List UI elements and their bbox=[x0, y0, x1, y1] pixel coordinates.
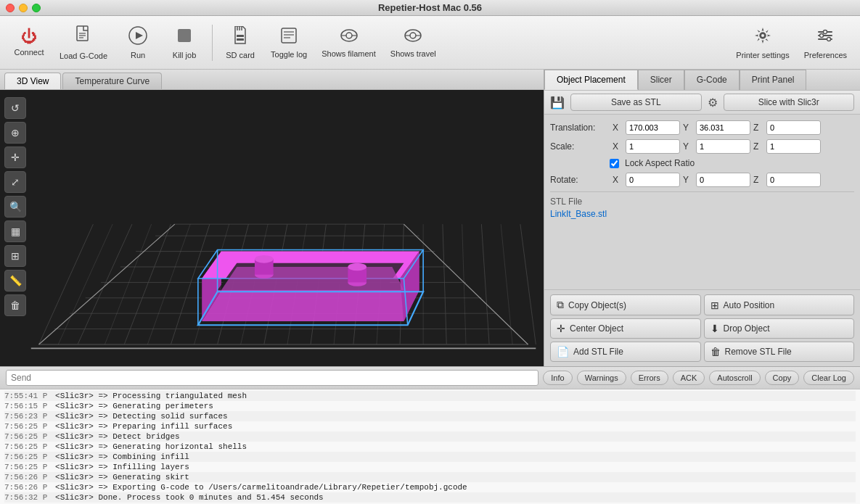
sz-label: Z bbox=[753, 141, 763, 152]
log-tab-ack[interactable]: ACK bbox=[673, 371, 705, 385]
sd-card-icon bbox=[232, 26, 248, 48]
drop-object-button[interactable]: ⬇ Drop Object bbox=[704, 318, 855, 339]
kill-job-button[interactable]: Kill job bbox=[163, 22, 206, 64]
scale-y[interactable] bbox=[696, 139, 750, 154]
svg-point-29 bbox=[820, 33, 824, 37]
list-item: 7:56:26 P <Slic3r> => Generating skirt bbox=[4, 472, 856, 482]
copy-objects-button[interactable]: ⧉ Copy Object(s) bbox=[550, 294, 701, 315]
stl-filename[interactable]: LinkIt_Base.stl bbox=[550, 209, 854, 219]
rotate-label: Rotate: bbox=[550, 175, 608, 185]
move-tool[interactable]: ⤢ bbox=[4, 171, 26, 193]
toggle-log-icon bbox=[280, 27, 298, 47]
log-area: Info Warnings Errors ACK Autoscroll Copy… bbox=[0, 366, 860, 504]
connect-button[interactable]: ⏻ Connect bbox=[7, 25, 51, 61]
close-button[interactable] bbox=[6, 4, 15, 12]
rotate-y[interactable] bbox=[696, 173, 750, 187]
stl-file-label: STL File bbox=[550, 197, 854, 207]
run-button[interactable]: Run bbox=[116, 22, 160, 64]
auto-position-button[interactable]: ⊞ Auto Position bbox=[704, 294, 855, 315]
log-tab-copy[interactable]: Copy bbox=[765, 371, 800, 385]
object-actions: ⧉ Copy Object(s) ⊞ Auto Position ✛ Cente… bbox=[544, 289, 860, 366]
shows-travel-button[interactable]: Shows travel bbox=[385, 23, 442, 62]
window-controls bbox=[6, 4, 41, 12]
scale-x[interactable] bbox=[626, 139, 680, 154]
minimize-button[interactable] bbox=[19, 4, 28, 12]
x-label: X bbox=[613, 123, 623, 133]
slice-button[interactable]: Slice with Slic3r bbox=[724, 94, 855, 111]
translation-y[interactable] bbox=[696, 120, 750, 135]
rotate-row: Rotate: X Y Z bbox=[550, 173, 854, 187]
svg-point-25 bbox=[761, 33, 765, 38]
preferences-button[interactable]: Preferences bbox=[798, 22, 853, 64]
log-tab-clear[interactable]: Clear Log bbox=[803, 371, 854, 385]
z-label: Z bbox=[753, 123, 763, 133]
translation-x[interactable] bbox=[626, 120, 680, 135]
pan-tool[interactable]: ✛ bbox=[4, 146, 26, 168]
delete-tool[interactable]: 🗑 bbox=[4, 294, 26, 316]
shows-filament-label: Shows filament bbox=[322, 49, 376, 58]
add-stl-button[interactable]: 📄 Add STL File bbox=[550, 342, 701, 362]
sd-card-button[interactable]: SD card bbox=[218, 22, 262, 64]
maximize-button[interactable] bbox=[32, 4, 41, 12]
auto-position-label: Auto Position bbox=[724, 300, 775, 310]
log-tab-warnings[interactable]: Warnings bbox=[577, 371, 626, 385]
save-icon: 💾 bbox=[550, 96, 565, 110]
ruler-tool[interactable]: 📏 bbox=[4, 270, 26, 292]
tab-print-panel[interactable]: Print Panel bbox=[740, 70, 807, 90]
3d-scene bbox=[0, 90, 544, 366]
translation-xyz: X Y Z bbox=[613, 120, 821, 135]
grid-tool[interactable]: ⊞ bbox=[4, 245, 26, 267]
svg-rect-12 bbox=[282, 28, 296, 43]
zoom-tool[interactable]: 🔍 bbox=[4, 196, 26, 218]
center-object-button[interactable]: ✛ Center Object bbox=[550, 318, 701, 339]
rotate-x[interactable] bbox=[626, 173, 680, 187]
list-item: 7:56:23 P <Slic3r> => Detecting solid su… bbox=[4, 411, 856, 421]
remove-stl-button[interactable]: 🗑 Remove STL File bbox=[704, 342, 855, 362]
scale-label: Scale: bbox=[550, 141, 608, 152]
log-tab-info[interactable]: Info bbox=[543, 371, 572, 385]
lock-aspect-checkbox[interactable] bbox=[610, 159, 619, 168]
tab-object-placement[interactable]: Object Placement bbox=[544, 70, 638, 90]
list-item: 7:56:25 P <Slic3r> => Combining infill bbox=[4, 452, 856, 462]
list-item: 7:56:32 P <Slic3r> Done. Process took 0 … bbox=[4, 492, 856, 503]
sx-label: X bbox=[613, 141, 623, 152]
shows-travel-label: Shows travel bbox=[390, 49, 436, 58]
toggle-log-button[interactable]: Toggle log bbox=[265, 22, 313, 63]
preferences-label: Preferences bbox=[804, 51, 847, 59]
titlebar: Repetier-Host Mac 0.56 bbox=[0, 0, 860, 16]
shows-filament-icon bbox=[340, 28, 359, 46]
log-tab-errors[interactable]: Errors bbox=[631, 371, 668, 385]
y-label: Y bbox=[683, 123, 693, 133]
load-gcode-button[interactable]: Load G-Code bbox=[54, 21, 113, 65]
svg-marker-5 bbox=[136, 32, 143, 39]
connect-label: Connect bbox=[15, 48, 44, 57]
save-stl-button[interactable]: Save as STL bbox=[570, 94, 702, 111]
connect-icon: ⏻ bbox=[21, 29, 37, 45]
log-tab-autoscroll[interactable]: Autoscroll bbox=[709, 371, 760, 385]
translation-z[interactable] bbox=[766, 120, 821, 135]
save-slice-bar: 💾 Save as STL ⚙ Slice with Slic3r bbox=[544, 91, 860, 115]
placement-controls: Translation: X Y Z Scale: X Y bbox=[544, 115, 860, 289]
svg-rect-8 bbox=[237, 38, 244, 41]
tab-slicer[interactable]: Slicer bbox=[638, 70, 684, 90]
separator-1 bbox=[212, 25, 213, 61]
refresh-tool[interactable]: ↺ bbox=[4, 97, 26, 119]
svg-rect-7 bbox=[237, 35, 244, 37]
scale-row: Scale: X Y Z bbox=[550, 139, 854, 154]
tab-g-code[interactable]: G-Code bbox=[684, 70, 740, 90]
scale-z[interactable] bbox=[766, 139, 821, 154]
shows-filament-button[interactable]: Shows filament bbox=[316, 23, 382, 62]
list-item: 7:56:25 P <Slic3r> => Preparing infill s… bbox=[4, 421, 856, 431]
tab-3d-view[interactable]: 3D View bbox=[4, 73, 61, 89]
send-input[interactable] bbox=[6, 370, 538, 386]
zoom-fit-tool[interactable]: ⊕ bbox=[4, 122, 26, 144]
printer-settings-button[interactable]: Printer settings bbox=[730, 22, 795, 64]
rotate-z[interactable] bbox=[766, 173, 821, 187]
kill-job-label: Kill job bbox=[173, 51, 196, 59]
run-icon bbox=[128, 26, 147, 48]
layer-view-tool[interactable]: ▦ bbox=[4, 220, 26, 242]
tab-temperature-curve[interactable]: Temperature Curve bbox=[62, 73, 162, 89]
aspect-ratio-row: Lock Aspect Ratio bbox=[550, 158, 854, 168]
kill-job-icon bbox=[175, 26, 194, 48]
rotate-xyz: X Y Z bbox=[613, 173, 821, 187]
